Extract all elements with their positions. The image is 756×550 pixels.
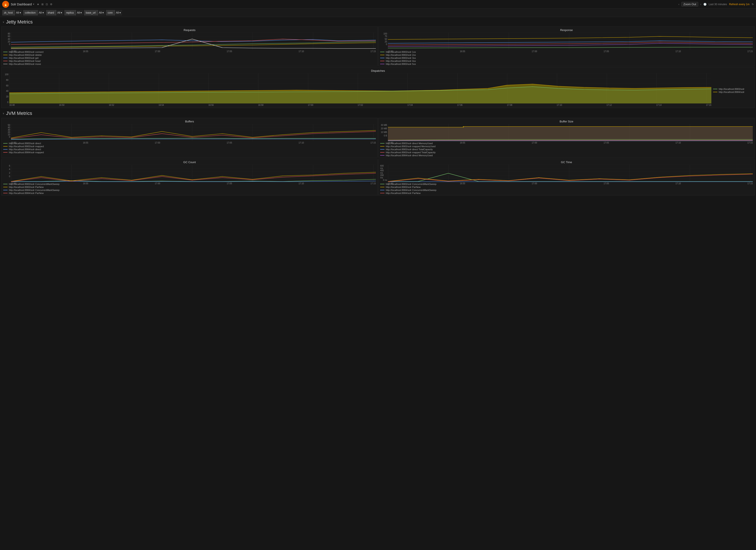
requests-panel-title: Requests bbox=[2, 27, 378, 33]
svg-rect-14 bbox=[11, 165, 376, 182]
dashboard-title[interactable]: Solr Dashboard ▾ bbox=[11, 3, 34, 6]
dispatches-chart-container: 100 80 60 40 20 0 bbox=[2, 73, 754, 108]
response-svg bbox=[388, 33, 753, 50]
legend-color bbox=[3, 61, 8, 61]
jetty-toggle: ∨ bbox=[3, 21, 4, 24]
gc-count-svg bbox=[11, 165, 376, 182]
jvm-toggle: ∨ bbox=[3, 112, 4, 115]
copy-icon[interactable]: ⊞ bbox=[41, 3, 44, 6]
gc-count-chart-area: 6 4 2 0 bbox=[3, 165, 376, 182]
legend-color bbox=[3, 193, 8, 193]
filter-key-zk_host: zk_host bbox=[2, 10, 15, 16]
dashboard-name-text: Solr Dashboard bbox=[11, 3, 32, 6]
filter-core[interactable]: core All ▾ bbox=[106, 10, 122, 16]
gc-time-panel: GC Time 600 ms 400 ms 200 ms 0 ns bbox=[378, 159, 755, 196]
filter-key-replica: replica bbox=[64, 10, 75, 16]
buffer-size-panel: Buffer Size 30 MB 20 MB 10 MB 0 B bbox=[378, 118, 755, 158]
filter-key-collection: collection bbox=[23, 10, 38, 16]
legend-item: http://localhost:8983/solr mapped bbox=[3, 145, 376, 148]
legend-item: http://localhost:8983/solr mapped Memory… bbox=[380, 145, 753, 148]
jetty-top-panels-row: Requests 80 60 40 20 0 bbox=[0, 26, 756, 67]
requests-canvas bbox=[11, 33, 376, 50]
filter-val-shard[interactable]: All ▾ bbox=[56, 10, 64, 16]
gc-time-svg bbox=[388, 165, 753, 182]
legend-color bbox=[380, 152, 384, 153]
jvm-metrics-section: ∨ JVM Metrics Buffers 50 40 30 20 10 0 bbox=[0, 108, 756, 196]
requests-chart-area: 80 60 40 20 0 bbox=[3, 33, 376, 50]
legend-color bbox=[3, 146, 8, 147]
legend-item: http://localhost:8983/solr 5xx bbox=[380, 63, 753, 65]
filter-collection[interactable]: collection All ▾ bbox=[23, 10, 45, 16]
time-range[interactable]: Last 30 minutes bbox=[709, 3, 727, 6]
legend-color bbox=[3, 187, 8, 187]
jvm-top-panels-row: Buffers 50 40 30 20 10 0 bbox=[0, 118, 756, 158]
zoom-out-button[interactable]: Zoom Out bbox=[681, 2, 698, 6]
gc-time-yaxis: 600 ms 400 ms 200 ms 0 ns bbox=[380, 165, 388, 178]
title-caret: ▾ bbox=[33, 3, 34, 6]
legend-item: http://localhost:8983/solr move bbox=[3, 63, 376, 65]
dispatches-panel-wrapper: Dispatches 100 80 60 40 20 0 bbox=[0, 67, 756, 108]
filter-shard[interactable]: shard All ▾ bbox=[46, 10, 64, 16]
buffer-size-yaxis: 30 MB 20 MB 10 MB 0 B bbox=[380, 124, 388, 137]
refresh-icon[interactable]: ↻ bbox=[752, 3, 754, 6]
legend-color bbox=[380, 55, 384, 55]
filter-zk_host[interactable]: zk_host All ▾ bbox=[2, 10, 22, 16]
next-icon[interactable]: › bbox=[700, 3, 701, 6]
filter-replica[interactable]: replica All ▾ bbox=[64, 10, 83, 16]
dispatches-yaxis: 100 80 60 40 20 0 bbox=[2, 73, 9, 104]
requests-panel: Requests 80 60 40 20 0 bbox=[1, 27, 378, 66]
prev-icon[interactable]: ‹ bbox=[678, 3, 679, 6]
legend-item: http://localhost:8984/solr direct Memory… bbox=[380, 154, 753, 157]
dispatches-panel: Dispatches 100 80 60 40 20 0 bbox=[1, 67, 755, 108]
filter-key-base_url: base_url bbox=[84, 10, 97, 16]
legend-color bbox=[3, 152, 8, 153]
legend-color bbox=[380, 149, 384, 150]
refresh-label[interactable]: Refresh every 1m bbox=[729, 3, 750, 6]
response-xaxis: 16:50 16:55 17:00 17:05 17:10 17:15 bbox=[388, 50, 753, 53]
dispatches-chart-area: 100 80 60 40 20 0 bbox=[2, 73, 711, 108]
buffers-canvas bbox=[11, 124, 376, 141]
requests-svg bbox=[11, 33, 376, 50]
filter-base_url[interactable]: base_url All ▾ bbox=[84, 10, 105, 16]
filter-val-collection[interactable]: All ▾ bbox=[38, 10, 45, 16]
star-icon[interactable]: ★ bbox=[37, 3, 39, 6]
legend-color bbox=[380, 187, 384, 187]
legend-item: http://localhost:8983/solr direct TotalC… bbox=[380, 148, 753, 151]
legend-color bbox=[713, 92, 717, 92]
legend-color bbox=[3, 55, 8, 55]
topnav-right: ‹ Zoom Out › 🕐 Last 30 minutes Refresh e… bbox=[678, 2, 754, 6]
legend-item: http://localhost:8984/solr mapped bbox=[3, 151, 376, 154]
app-logo[interactable]: 🔥 bbox=[2, 1, 9, 8]
requests-yaxis: 80 60 40 20 0 bbox=[3, 33, 11, 46]
legend-item: http://localhost:8984/solr ConcurrentMar… bbox=[380, 189, 753, 191]
legend-item: http://localhost:8983/solr ParNew bbox=[3, 186, 376, 188]
svg-rect-16 bbox=[388, 165, 753, 182]
gc-time-panel-title: GC Time bbox=[378, 159, 754, 165]
legend-item: http://localhost:8983/solr get bbox=[3, 57, 376, 59]
settings-icon[interactable]: ⚙ bbox=[50, 3, 52, 6]
jetty-section-header[interactable]: ∨ Jetty Metrics bbox=[0, 17, 756, 26]
legend-color bbox=[380, 58, 384, 58]
filter-val-core[interactable]: All ▾ bbox=[115, 10, 122, 16]
filter-val-zk_host[interactable]: All ▾ bbox=[15, 10, 22, 16]
dispatches-legend: http://localhost:8983/solr http://localh… bbox=[711, 73, 754, 108]
gc-time-xaxis: 16:50 16:55 17:00 17:05 17:10 17:15 bbox=[388, 182, 753, 185]
top-nav: 🔥 Solr Dashboard ▾ ★ ⊞ ⊡ ⚙ ‹ Zoom Out › … bbox=[0, 0, 756, 9]
svg-marker-12 bbox=[388, 127, 753, 141]
share-icon[interactable]: ⊡ bbox=[46, 3, 48, 6]
legend-item: http://localhost:8983/solr delete bbox=[3, 54, 376, 56]
filter-val-replica[interactable]: All ▾ bbox=[76, 10, 83, 16]
jvm-section-header[interactable]: ∨ JVM Metrics bbox=[0, 108, 756, 118]
legend-color bbox=[380, 190, 384, 190]
legend-item: http://localhost:8984/solr direct bbox=[3, 148, 376, 151]
filter-val-base_url[interactable]: All ▾ bbox=[98, 10, 105, 16]
buffers-panel-title: Buffers bbox=[2, 118, 378, 124]
legend-color bbox=[3, 64, 8, 64]
legend-color bbox=[3, 58, 8, 58]
legend-color bbox=[713, 89, 717, 89]
gc-count-yaxis: 6 4 2 0 bbox=[3, 165, 11, 178]
requests-xaxis: 16:50 16:55 17:00 17:05 17:10 17:15 bbox=[11, 50, 376, 53]
legend-item: http://localhost:8983/solr 3xx bbox=[380, 57, 753, 59]
legend-color bbox=[3, 143, 8, 144]
response-yaxis: 100 75 50 25 0 bbox=[380, 33, 388, 46]
